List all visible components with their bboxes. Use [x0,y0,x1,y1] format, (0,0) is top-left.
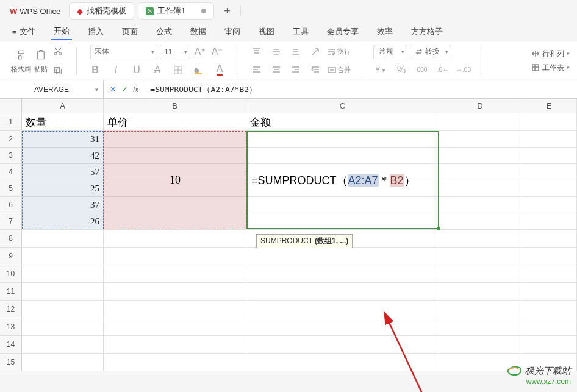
cut-icon[interactable] [51,44,65,59]
name-box[interactable]: AVERAGE [0,80,104,98]
row-3: 3 42 [0,148,577,164]
align-bottom-icon[interactable] [288,45,303,59]
column-headers: A B C D E [0,99,577,113]
row-6: 6 37 [0,197,577,213]
cell-c1[interactable]: 金额 [246,113,439,130]
cell-a2[interactable]: 31 [22,131,104,147]
rows-cols-button[interactable]: 行和列 ▾ [531,49,570,59]
menu-page[interactable]: 页面 [120,24,140,40]
row-header-1[interactable]: 1 [0,113,22,130]
wrap-text-button[interactable]: 换行 [328,45,351,59]
increase-font-icon[interactable]: A⁺ [193,45,207,59]
watermark-url: www.xz7.com [506,377,571,386]
row-header-3[interactable]: 3 [0,148,22,163]
formula-input[interactable]: =SUMPRODUCT（A2:A7*B2） [145,80,577,98]
border-icon[interactable] [171,63,185,77]
accept-formula-icon[interactable]: ✓ [121,85,128,94]
fx-icon[interactable]: fx [133,85,138,94]
tab-workbook-label: 工作簿1 [157,5,185,16]
menu-view[interactable]: 视图 [256,24,277,40]
bold-icon[interactable]: B [88,63,102,77]
row-header-6[interactable]: 6 [0,197,22,213]
font-family-select[interactable]: 宋体 [90,45,157,59]
align-right-icon[interactable] [288,63,303,77]
row-14: 14 [0,336,577,354]
select-all-corner[interactable] [0,99,22,113]
tab-workbook[interactable]: S 工作簿1 [138,2,214,20]
menu-insert[interactable]: 插入 [85,24,106,40]
menu-start[interactable]: 开始 [51,23,72,40]
copy-icon[interactable] [51,63,65,78]
increase-decimal-icon[interactable]: →.00 [456,63,471,77]
align-center-icon[interactable] [269,63,284,77]
cell-d1[interactable] [439,113,521,130]
menu-fangfang[interactable]: 方方格子 [409,24,445,40]
spreadsheet[interactable]: A B C D E 1 数量 单价 金额 2 31 3 42 4 57 5 25 [0,99,577,371]
align-left-icon[interactable] [249,63,264,77]
col-header-a[interactable]: A [22,99,104,113]
fill-color-icon[interactable] [192,63,206,77]
orientation-icon[interactable] [308,45,323,59]
worksheet-button[interactable]: 工作表 ▾ [531,63,570,73]
watermark-name: 极光下载站 [525,365,571,377]
italic-icon[interactable]: I [109,63,123,77]
menu-data[interactable]: 数据 [188,24,209,40]
menu-member[interactable]: 会员专享 [324,24,361,40]
tab-template[interactable]: ◆ 找稻壳模板 [69,2,134,20]
hamburger-icon: ≡ [12,27,17,36]
row-4: 4 57 [0,164,577,180]
row-header-7[interactable]: 7 [0,213,22,229]
row-13: 13 [0,318,577,336]
indent-decrease-icon[interactable] [308,63,323,77]
col-header-c[interactable]: C [246,99,439,113]
col-header-e[interactable]: E [521,99,577,113]
cell-a6[interactable]: 37 [22,197,104,213]
cell-a5[interactable]: 25 [22,180,104,196]
font-color-icon[interactable]: A [212,63,227,77]
cell-a4[interactable]: 57 [22,164,104,180]
app-name: WPS Office [20,7,60,16]
svg-rect-6 [56,69,61,74]
col-header-d[interactable]: D [439,99,521,113]
row-10: 10 [0,265,577,283]
col-header-b[interactable]: B [104,99,246,113]
format-brush-icon[interactable] [14,48,29,62]
cell-a1[interactable]: 数量 [22,113,104,130]
decrease-decimal-icon[interactable]: .0← [435,63,450,77]
row-header-2[interactable]: 2 [0,131,22,147]
menu-file[interactable]: ≡ 文件 [10,24,38,40]
cell-a3[interactable]: 42 [22,148,104,163]
cell-b2[interactable] [104,131,246,147]
app-logo: W WPS Office [5,7,65,16]
merge-button[interactable]: 合并 [328,63,351,77]
menu-formula[interactable]: 公式 [154,24,174,40]
cell-e1[interactable] [521,113,577,130]
currency-icon[interactable]: ¥ ▾ [373,63,388,77]
template-icon: ◆ [77,7,83,16]
cell-b-merged[interactable] [104,164,246,180]
row-header-4[interactable]: 4 [0,164,22,180]
number-format-select[interactable]: 常规 [373,45,407,59]
new-tab-button[interactable]: + [218,5,237,18]
underline-icon[interactable]: U [129,63,144,77]
decrease-font-icon[interactable]: A⁻ [210,45,224,59]
menu-review[interactable]: 审阅 [222,24,243,40]
paste-icon[interactable] [34,48,48,62]
formula-bar: AVERAGE ✕ ✓ fx =SUMPRODUCT（A2:A7*B2） [0,80,577,99]
cell-b1[interactable]: 单价 [104,113,246,130]
cell-a7[interactable]: 26 [22,213,104,229]
row-7: 7 26 [0,213,577,230]
convert-button[interactable]: 转换 [410,45,451,59]
comma-icon[interactable]: 000 [415,63,429,77]
cell-c2[interactable] [246,131,439,147]
percent-icon[interactable]: % [394,63,409,77]
modified-indicator-icon [201,9,206,13]
menu-tools[interactable]: 工具 [290,24,311,40]
font-size-select[interactable]: 11 [160,45,190,59]
align-top-icon[interactable] [249,45,264,59]
menu-efficiency[interactable]: 效率 [375,24,395,40]
cancel-formula-icon[interactable]: ✕ [110,85,116,94]
row-header-5[interactable]: 5 [0,180,22,196]
strike-icon[interactable]: A [150,63,165,77]
align-middle-icon[interactable] [269,45,284,59]
